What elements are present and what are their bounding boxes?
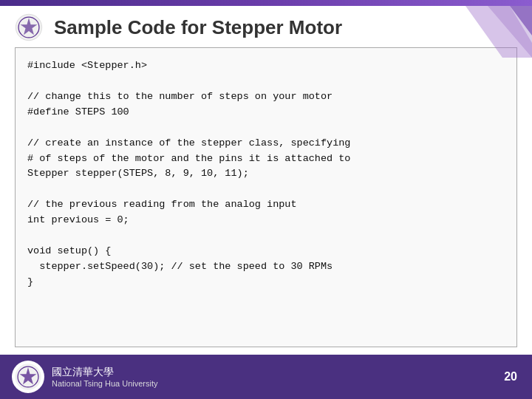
footer-university-text: 國立清華大學 National Tsing Hua University — [52, 366, 157, 388]
top-right-decoration — [443, 6, 532, 58]
footer-logo-area: 國立清華大學 National Tsing Hua University — [12, 361, 157, 393]
footer: 國立清華大學 National Tsing Hua University 20 — [0, 355, 532, 399]
footer-logo-icon — [14, 363, 42, 391]
top-decorative-bar — [0, 0, 532, 6]
university-chinese-name: 國立清華大學 — [52, 366, 157, 379]
slide-container: Sample Code for Stepper Motor #include <… — [0, 0, 532, 399]
code-box: #include <Stepper.h> // change this to t… — [15, 47, 517, 347]
main-content: #include <Stepper.h> // change this to t… — [0, 47, 532, 355]
code-content: #include <Stepper.h> // change this to t… — [27, 58, 505, 290]
footer-logo-circle — [12, 361, 44, 393]
page-number: 20 — [504, 370, 517, 383]
page-title: Sample Code for Stepper Motor — [54, 16, 342, 39]
header-logo — [15, 13, 43, 41]
university-english-name: National Tsing Hua University — [52, 379, 157, 388]
header: Sample Code for Stepper Motor — [0, 6, 532, 47]
